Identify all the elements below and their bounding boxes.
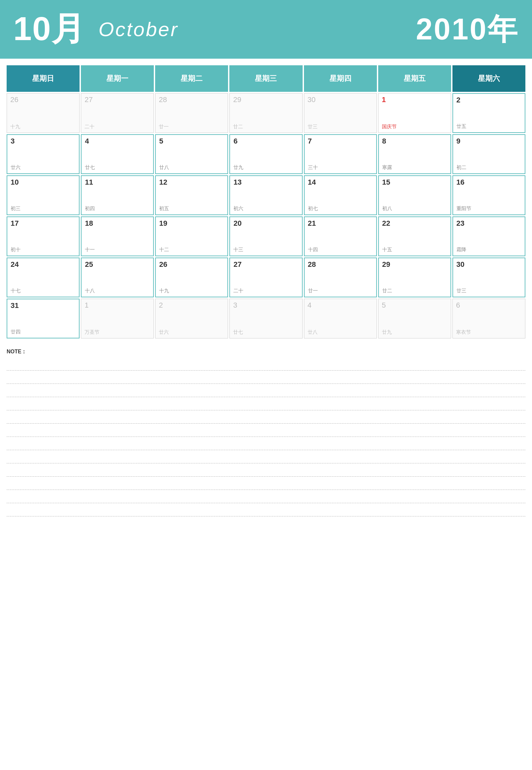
note-line [7,437,525,450]
cell-day-number: 7 [308,138,312,145]
cell-lunar: 十二 [159,247,224,253]
cal-cell: 26十九 [155,258,228,297]
cell-lunar: 三十 [308,164,373,171]
cell-day-number: 3 [11,138,15,145]
cal-cell: 20十三 [229,216,302,256]
cal-cell: 3廿六 [7,134,80,174]
cell-lunar: 寒露 [382,164,447,171]
cell-day-number: 27 [85,96,92,103]
cell-day-number: 19 [159,220,167,227]
cell-lunar: 廿二 [382,288,447,294]
cell-lunar: 初五 [159,206,224,212]
cal-cell: 5廿八 [155,134,228,174]
cell-lunar: 初二 [456,164,521,171]
note-label: NOTE： [7,348,525,355]
cell-lunar: 廿五 [456,123,521,130]
cell-lunar: 十四 [308,247,373,253]
note-line [7,503,525,516]
cal-cell: 27二十 [81,93,154,133]
cell-lunar: 初八 [382,206,447,212]
calendar-wrapper: 星期日星期一星期二星期三星期四星期五星期六 26十九27二十28廿一29廿二30… [0,59,532,338]
cal-cell: 23霜降 [452,216,525,256]
cell-lunar: 十九 [159,288,224,294]
cell-lunar: 十八 [85,288,150,294]
cal-cell: 17初十 [7,216,80,256]
cell-day-number: 25 [85,261,93,268]
note-line [7,397,525,410]
cal-cell: 21十四 [304,216,377,256]
cell-lunar: 廿一 [159,124,224,130]
cal-cell: 28廿一 [304,258,377,297]
cell-lunar: 十五 [382,247,447,253]
note-line [7,463,525,477]
day-header-星期四: 星期四 [304,65,377,92]
cell-day-number: 5 [159,138,163,145]
day-header-星期日: 星期日 [7,65,80,92]
cell-day-number: 3 [233,302,237,309]
note-line [7,450,525,463]
cell-day-number: 1 [85,302,89,309]
cal-cell: 24十七 [7,258,80,297]
cell-lunar: 廿九 [233,164,298,171]
note-line [7,384,525,397]
cell-lunar: 二十 [233,288,298,294]
year: 2010年 [416,9,519,50]
cal-cell: 18十一 [81,216,154,256]
cal-cell: 22十五 [378,216,451,256]
cell-day-number: 4 [308,302,312,309]
cell-day-number: 20 [233,220,241,227]
day-header-星期五: 星期五 [378,65,451,92]
cal-cell: 9初二 [452,134,525,174]
cell-lunar: 廿四 [11,329,76,335]
cell-day-number: 29 [233,96,241,103]
day-header-星期三: 星期三 [229,65,302,92]
cell-day-number: 13 [233,179,241,186]
cell-day-number: 11 [85,179,93,186]
day-header-星期一: 星期一 [81,65,154,92]
cell-day-number: 6 [456,302,460,309]
cell-day-number: 22 [382,220,390,227]
cal-cell: 7三十 [304,134,377,174]
cell-day-number: 28 [159,96,167,103]
cell-lunar: 十九 [10,124,76,130]
cell-lunar: 廿六 [11,164,76,171]
cell-day-number: 14 [308,179,316,186]
cell-day-number: 16 [456,179,464,186]
cell-day-number: 10 [11,179,19,186]
cell-lunar: 廿三 [308,124,373,130]
cell-lunar: 初十 [11,247,76,253]
cell-day-number: 26 [10,96,18,103]
cell-day-number: 21 [308,220,316,227]
cell-day-number: 26 [159,261,167,268]
cell-lunar: 廿八 [308,329,373,335]
cell-day-number: 15 [382,179,390,186]
cell-lunar: 廿二 [233,124,299,130]
cell-day-number: 2 [456,96,460,104]
cell-day-number: 17 [11,220,19,227]
cell-day-number: 9 [456,138,460,145]
cell-lunar: 霜降 [456,247,521,253]
cal-cell: 4廿八 [304,299,377,338]
cell-lunar: 万圣节 [85,329,150,335]
cell-day-number: 2 [159,302,163,309]
cal-cell: 1国庆节 [378,93,451,133]
cell-lunar: 十一 [85,247,150,253]
cell-lunar: 廿三 [456,288,521,294]
cell-lunar: 寒衣节 [456,329,522,335]
cal-cell: 3廿七 [229,299,302,338]
cal-cell: 14初七 [304,175,377,215]
cal-cell: 29廿二 [229,93,302,133]
cal-cell: 30廿三 [452,258,525,297]
cell-day-number: 27 [233,261,241,268]
cell-lunar: 廿七 [233,329,299,335]
note-line [7,357,525,371]
note-lines [7,357,525,516]
note-line [7,477,525,490]
cell-lunar: 初七 [308,206,373,212]
cell-day-number: 8 [382,138,386,145]
cal-cell: 29廿二 [378,258,451,297]
calendar-grid: 26十九27二十28廿一29廿二30廿三1国庆节2廿五3廿六4廿七5廿八6廿九7… [7,93,525,338]
cal-cell: 1万圣节 [81,299,154,338]
cell-day-number: 4 [85,138,89,145]
cal-cell: 30廿三 [304,93,377,133]
